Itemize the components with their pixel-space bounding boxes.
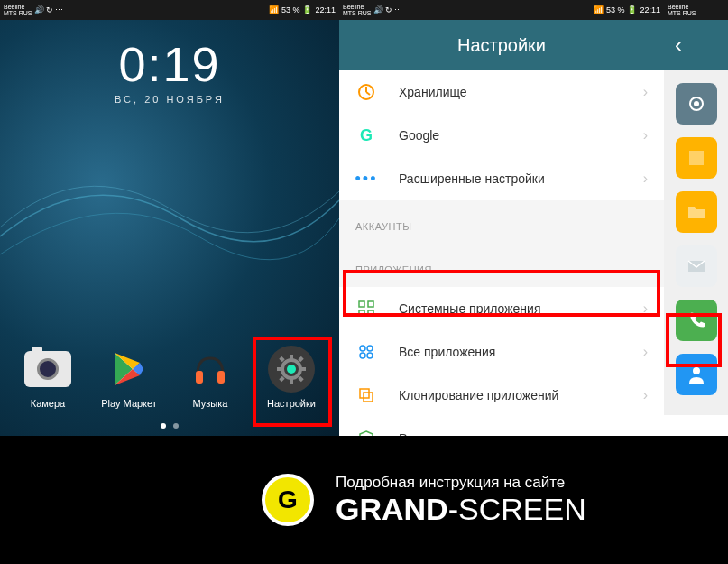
brand-logo: G bbox=[262, 474, 314, 526]
svg-point-24 bbox=[360, 353, 365, 358]
folder-icon bbox=[686, 201, 707, 223]
dots-icon: ••• bbox=[355, 168, 377, 190]
storage-icon bbox=[355, 81, 377, 103]
status-bar: BeelineMTS RUS 🔊↻⋯ 📶 53 % 🔋 22:11 bbox=[339, 0, 664, 20]
setting-all-apps[interactable]: Все приложения › bbox=[339, 330, 664, 374]
clock-date: ВС, 20 НОЯБРЯ bbox=[0, 94, 339, 105]
status-time: 22:11 bbox=[315, 5, 336, 14]
status-bar: BeelineMTS RUS bbox=[664, 0, 728, 20]
chevron-right-icon: › bbox=[643, 84, 648, 100]
highlight-phone-app bbox=[666, 313, 722, 367]
setting-cloning[interactable]: Клонирование приложений › bbox=[339, 374, 664, 417]
setting-advanced[interactable]: ••• Расширенные настройки › bbox=[339, 157, 664, 200]
home-screen[interactable]: 0:19 ВС, 20 НОЯБРЯ Камера Play Маркет bbox=[0, 20, 339, 436]
status-bar: BeelineMTS RUS 🔊 ↻ ⋯ 📶 53 % 🔋 22:11 bbox=[0, 0, 339, 20]
svg-point-29 bbox=[694, 101, 699, 106]
svg-point-25 bbox=[367, 353, 373, 358]
clone-icon bbox=[355, 384, 377, 406]
gear-icon bbox=[686, 93, 707, 115]
app-list-mail[interactable] bbox=[676, 245, 717, 287]
play-store-icon bbox=[106, 346, 152, 393]
svg-rect-26 bbox=[360, 389, 369, 398]
footer-brand: GRAND-SCREEN bbox=[336, 492, 586, 527]
footer-tagline: Подробная инструкция на сайте bbox=[336, 474, 586, 492]
note-icon bbox=[686, 147, 707, 169]
svg-point-22 bbox=[360, 346, 365, 351]
app-music[interactable]: Музыка bbox=[174, 346, 246, 409]
app-list-notes[interactable] bbox=[676, 137, 717, 179]
section-accounts: АККАУНТЫ bbox=[339, 209, 664, 244]
app-play-market[interactable]: Play Маркет bbox=[93, 346, 165, 409]
shield-icon bbox=[355, 428, 377, 436]
circles-icon bbox=[355, 341, 377, 363]
svg-rect-5 bbox=[196, 371, 203, 384]
svg-rect-27 bbox=[364, 393, 373, 402]
svg-point-23 bbox=[367, 346, 373, 351]
battery-icon: 🔋 bbox=[302, 5, 312, 14]
mail-icon bbox=[686, 255, 707, 277]
volume-icon: 🔊 bbox=[34, 5, 44, 14]
setting-google[interactable]: G Google › bbox=[339, 114, 664, 157]
app-list-settings[interactable] bbox=[676, 83, 717, 125]
setting-storage[interactable]: Хранилище › bbox=[339, 70, 664, 114]
footer-banner: G Подробная инструкция на сайте GRAND-SC… bbox=[0, 436, 728, 564]
highlight-system-apps bbox=[343, 270, 660, 317]
setting-permissions[interactable]: Разрешения › bbox=[339, 417, 664, 436]
sync-icon: ↻ bbox=[46, 5, 53, 14]
svg-point-32 bbox=[693, 367, 700, 374]
wallpaper-wave bbox=[0, 146, 339, 327]
settings-title: Настройки bbox=[339, 20, 664, 70]
chevron-left-icon: ‹ bbox=[675, 32, 682, 58]
camera-icon bbox=[24, 351, 71, 387]
svg-rect-6 bbox=[217, 371, 225, 384]
google-icon: G bbox=[355, 125, 377, 146]
app-list-files[interactable] bbox=[676, 191, 717, 233]
chevron-right-icon: › bbox=[643, 171, 648, 187]
clock-time: 0:19 bbox=[0, 36, 339, 92]
svg-rect-30 bbox=[689, 151, 704, 165]
highlight-settings-app bbox=[253, 337, 332, 427]
chevron-right-icon: › bbox=[643, 387, 648, 403]
app-camera[interactable]: Камера bbox=[12, 346, 84, 409]
back-header[interactable]: ‹ bbox=[664, 20, 728, 70]
headphones-icon bbox=[187, 346, 234, 393]
battery-pct: 53 % bbox=[281, 5, 300, 14]
signal-icon: 📶 bbox=[269, 5, 279, 14]
chevron-right-icon: › bbox=[643, 127, 648, 143]
chevron-right-icon: › bbox=[643, 344, 648, 360]
page-indicator bbox=[161, 423, 179, 429]
